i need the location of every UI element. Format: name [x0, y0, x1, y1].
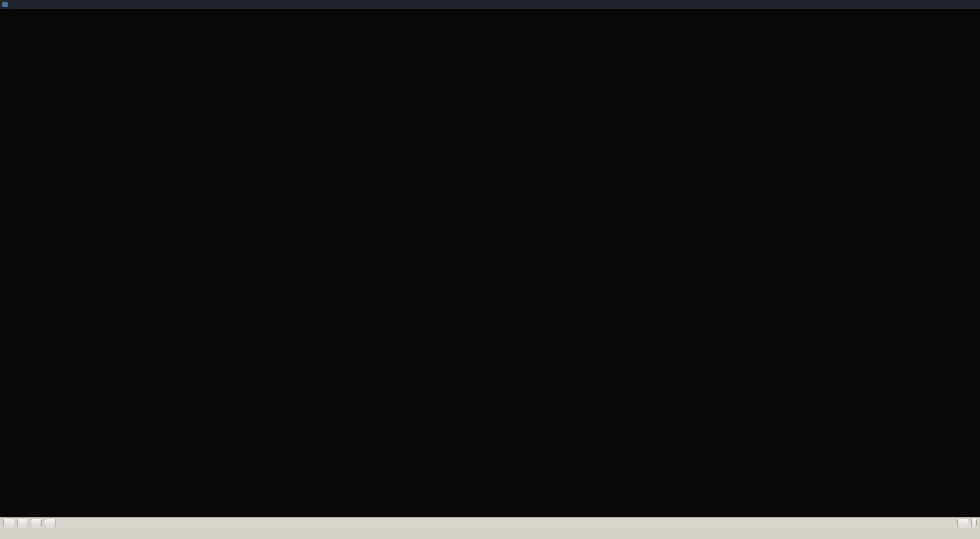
snapshot-button[interactable] [957, 519, 968, 527]
add-channels-button[interactable] [45, 519, 56, 527]
plot-grid [0, 9, 980, 517]
about-links [968, 531, 976, 537]
reset-button[interactable] [31, 519, 42, 527]
toolbar [0, 517, 980, 528]
status-bar [0, 528, 980, 539]
expand-button[interactable] [971, 519, 977, 527]
app-icon [2, 2, 8, 7]
start-online-button[interactable] [3, 519, 14, 527]
title-bar[interactable] [0, 0, 980, 9]
stop-online-button[interactable] [17, 519, 28, 527]
